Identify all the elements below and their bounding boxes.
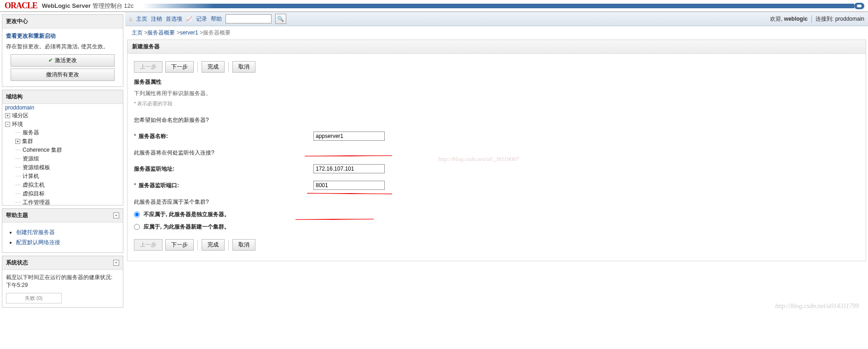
welcome-text: 欢迎, weblogic — [770, 15, 808, 23]
button-row-top: 上一步 下一步 完成 取消 — [134, 61, 859, 73]
banner-stripe — [143, 4, 854, 8]
check-icon: ✔ — [48, 57, 53, 63]
connected-text: 连接到: proddomain — [811, 15, 864, 23]
back-button-bottom[interactable]: 上一步 — [134, 239, 162, 251]
domain-structure-panel: 域结构 proddomain +域分区 −环境 ⋯服务器 +集群 ⋯Cohere… — [2, 90, 123, 206]
radio-standalone-label: 不应属于, 此服务器是独立服务器。 — [144, 211, 230, 218]
pending-msg: 存在暂挂更改。必须将其激活, 使其生效。 — [6, 43, 119, 51]
view-changes-link[interactable]: 查看更改和重新启动 — [6, 32, 119, 40]
finish-button-bottom[interactable]: 完成 — [202, 239, 225, 251]
banner-left: ORACLE WebLogic Server 管理控制台 12c — [0, 1, 133, 11]
status-title: 系统状态 — [6, 259, 28, 267]
help-link-network[interactable]: 配置默认网络连接 — [16, 239, 60, 246]
listen-address-input[interactable] — [313, 164, 385, 173]
section-title: 服务器属性 — [134, 78, 859, 86]
expand-icon[interactable]: + — [15, 139, 20, 144]
banner: ORACLE WebLogic Server 管理控制台 12c — [0, 0, 868, 12]
tree-node-servers[interactable]: 服务器 — [23, 129, 39, 136]
toolbar-logout[interactable]: 注销 — [151, 15, 162, 23]
question-name: 您希望如何命名您的新服务器? — [134, 116, 859, 124]
next-button[interactable]: 下一步 — [165, 61, 194, 73]
page-title: 新建服务器 — [127, 40, 866, 54]
activate-label: 激活更改 — [55, 57, 77, 63]
tree-node-virtualhosts[interactable]: 虚拟主机 — [23, 182, 45, 188]
toolbar-help[interactable]: 帮助 — [211, 15, 222, 23]
breadcrumb: 主页 >服务器概要 >server1 >服务器概要 — [125, 26, 868, 40]
change-center-title: 更改中心 — [2, 15, 123, 29]
tree-node-machines[interactable]: 计算机 — [23, 173, 39, 179]
crumb-home[interactable]: 主页 — [132, 29, 143, 36]
server-name-input[interactable] — [313, 132, 385, 141]
back-button[interactable]: 上一步 — [134, 61, 162, 73]
section-note: 下列属性将用于标识新服务器。 — [134, 90, 859, 97]
crumb-current: 服务器概要 — [203, 29, 231, 36]
domain-structure-title: 域结构 — [2, 90, 123, 104]
oracle-logo: ORACLE — [5, 1, 37, 11]
change-center-panel: 更改中心 查看更改和重新启动 存在暂挂更改。必须将其激活, 使其生效。 ✔激活更… — [2, 14, 123, 87]
undo-changes-button[interactable]: 撤消所有更改 — [11, 69, 115, 81]
help-title: 帮助主题 — [6, 212, 28, 219]
expand-icon[interactable]: + — [5, 113, 10, 118]
toolbar-record[interactable]: 记录 — [196, 15, 207, 23]
product-name: WebLogic Server — [42, 2, 91, 9]
button-row-bottom: 上一步 下一步 完成 取消 — [134, 239, 859, 251]
cancel-button[interactable]: 取消 — [232, 61, 255, 73]
cancel-button-bottom[interactable]: 取消 — [232, 239, 255, 251]
help-panel: 帮助主题− 创建托管服务器 配置默认网络连接 — [2, 208, 123, 253]
tree-node-resgrouptpl[interactable]: 资源组模板 — [23, 164, 50, 171]
crumb-servers[interactable]: 服务器概要 — [147, 29, 175, 36]
home-icon: ⌂ — [129, 16, 133, 23]
tree-node-clusters[interactable]: 集群 — [22, 138, 33, 144]
watermark-text: http://blog.csdn.net/u014311799 — [775, 303, 859, 310]
activate-changes-button[interactable]: ✔激活更改 — [11, 54, 115, 67]
collapse-icon[interactable]: − — [5, 122, 10, 127]
tree-node-partition[interactable]: 域分区 — [12, 112, 29, 119]
toolbar-home[interactable]: 主页 — [136, 15, 147, 23]
search-button[interactable]: 🔍 — [275, 14, 286, 24]
tree-node-environment[interactable]: 环境 — [12, 121, 23, 127]
label-listen-port: 服务器监听端口: — [139, 182, 179, 189]
collapse-help-button[interactable]: − — [113, 212, 119, 218]
tree-node-workmanagers[interactable]: 工作管理器 — [23, 199, 50, 205]
toolbar: ⌂ 主页 注销 首选项 📈 记录 帮助 🔍 欢迎, weblogic 连接到: … — [125, 12, 868, 26]
label-listen-address: 服务器监听地址: — [134, 166, 174, 172]
search-input[interactable] — [226, 14, 272, 23]
welcome-user: weblogic — [784, 16, 808, 22]
tree-root[interactable]: proddomain — [5, 104, 34, 111]
question-listen: 此服务器将在何处监听传入连接? — [134, 149, 859, 157]
connected-domain: proddomain — [835, 16, 864, 22]
tree-node-resgroup[interactable]: 资源组 — [23, 155, 39, 162]
tree-node-coherence[interactable]: Coherence 集群 — [23, 147, 62, 153]
domain-tree[interactable]: proddomain +域分区 −环境 ⋯服务器 +集群 ⋯Coherence … — [2, 104, 123, 205]
content: ⌂ 主页 注销 首选项 📈 记录 帮助 🔍 欢迎, weblogic 连接到: … — [125, 12, 868, 313]
app-icon — [854, 3, 864, 9]
radio-standalone[interactable] — [134, 212, 140, 217]
tree-node-virtualtargets[interactable]: 虚拟目标 — [23, 190, 45, 197]
finish-button[interactable]: 完成 — [202, 61, 225, 73]
listen-port-input[interactable] — [313, 181, 385, 190]
page-box: 新建服务器 上一步 下一步 完成 取消 服务器属性 下列属性将用于标识新服务器。… — [127, 40, 866, 261]
question-cluster: 此服务器是否应属于某个集群? — [134, 198, 859, 206]
toolbar-prefs[interactable]: 首选项 — [166, 15, 182, 23]
record-icon: 📈 — [186, 16, 192, 22]
console-title: WebLogic Server 管理控制台 12c — [42, 2, 133, 10]
radio-cluster-label: 应属于, 为此服务器新建一个集群。 — [144, 223, 230, 231]
required-note: * 表示必需的字段 — [134, 100, 859, 107]
label-server-name: 服务器名称: — [139, 133, 168, 139]
sidebar: 更改中心 查看更改和重新启动 存在暂挂更改。必须将其激活, 使其生效。 ✔激活更… — [0, 12, 125, 313]
status-msg: 截至以下时间正在运行的服务器的健康状况: 下午5:29 — [6, 274, 119, 289]
status-fail-badge: 失败 (0) — [6, 293, 62, 303]
search-icon: 🔍 — [277, 16, 284, 22]
next-button-bottom[interactable]: 下一步 — [165, 239, 194, 251]
system-status-panel: 系统状态− 截至以下时间正在运行的服务器的健康状况: 下午5:29 失败 (0) — [2, 256, 123, 308]
collapse-status-button[interactable]: − — [113, 260, 119, 266]
product-version: 管理控制台 12c — [91, 2, 133, 9]
radio-cluster[interactable] — [134, 224, 140, 230]
crumb-server1[interactable]: server1 — [180, 29, 198, 36]
help-link-managed[interactable]: 创建托管服务器 — [16, 229, 55, 235]
